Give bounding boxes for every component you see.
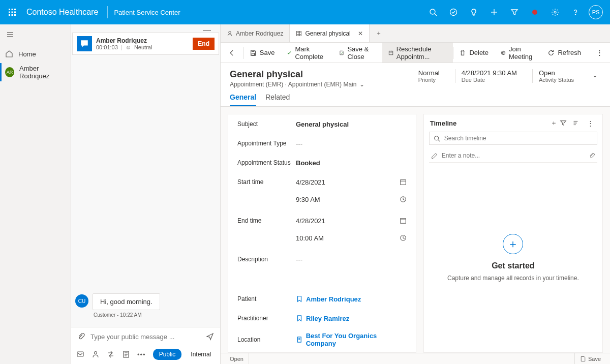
record-tabstrip: Amber Rodriquez General physical ✕ ＋ (221, 24, 610, 43)
header-expand-icon[interactable]: ⌄ (589, 69, 601, 81)
field-location[interactable]: LocationBest For You Organics Company (228, 328, 416, 351)
stat-due: 4/28/2021 9:30 AMDue Date (455, 69, 523, 83)
timeline-search[interactable] (429, 132, 597, 145)
timeline-add-icon[interactable]: ＋ (547, 118, 560, 128)
filter-icon[interactable] (504, 0, 525, 24)
attach-icon[interactable] (589, 153, 595, 159)
svg-rect-6 (9, 14, 10, 16)
clock-icon[interactable] (400, 234, 407, 241)
timeline-note-row[interactable] (429, 149, 597, 163)
chevron-down-icon[interactable]: ⌄ (359, 81, 364, 88)
internal-toggle[interactable]: Internal (185, 349, 217, 360)
brand-name: Contoso Healthcare (20, 8, 104, 17)
timeline-title: Timeline (430, 119, 457, 127)
timeline-more-icon[interactable]: ⋮ (584, 119, 596, 127)
minimize-icon[interactable]: — (203, 25, 211, 33)
record-header: General physical Appointment (EMR) · App… (221, 63, 610, 88)
new-tab-button[interactable]: ＋ (370, 24, 388, 42)
svg-rect-2 (14, 9, 16, 10)
clock-icon[interactable] (400, 196, 407, 203)
field-end-time[interactable]: 10:00 AM (228, 230, 416, 250)
stat-priority: NormalPriority (412, 69, 446, 83)
task-icon[interactable] (443, 0, 464, 24)
delete-button[interactable]: Delete (453, 43, 495, 63)
svg-rect-3 (9, 12, 10, 13)
record-icon[interactable] (525, 0, 545, 24)
close-icon[interactable]: ✕ (358, 30, 363, 37)
save-close-button[interactable]: Save & Close (333, 43, 382, 63)
search-icon[interactable] (423, 0, 443, 24)
add-icon[interactable] (484, 0, 504, 24)
save-button[interactable]: Save (243, 43, 281, 63)
nav-home[interactable]: Home (0, 45, 71, 63)
send-icon[interactable] (206, 332, 214, 341)
tab-patient[interactable]: Amber Rodriquez (221, 24, 290, 42)
tab-general[interactable]: General (230, 93, 256, 106)
field-subject[interactable]: SubjectGeneral physical (228, 114, 416, 134)
hamburger-icon[interactable] (0, 24, 71, 45)
save-close-label: Save & Close (347, 45, 376, 60)
save-icon (580, 356, 586, 362)
app-launcher-icon[interactable] (4, 8, 20, 16)
field-patient[interactable]: PatientAmber Rodriquez (228, 289, 416, 309)
nav-session-amber[interactable]: AR Amber Rodriquez (0, 63, 71, 81)
chat-body: CU Hi, good morning. Customer - 10:22 AM (71, 55, 220, 327)
back-button[interactable] (221, 43, 243, 63)
record-pane: Amber Rodriquez General physical ✕ ＋ Sav… (221, 24, 610, 364)
timeline-empty-msg: Capture and manage all records in your t… (447, 275, 579, 282)
quick-reply-icon[interactable] (76, 350, 84, 358)
public-toggle[interactable]: Public (153, 349, 182, 360)
mark-complete-button[interactable]: Mark Complete (281, 43, 333, 63)
form-tabs: General Related (221, 88, 610, 107)
refresh-button[interactable]: Refresh (541, 43, 587, 63)
svg-line-52 (438, 139, 440, 141)
timeline-note-input[interactable] (442, 152, 585, 159)
svg-rect-0 (9, 9, 10, 10)
timeline-search-input[interactable] (444, 135, 593, 142)
calendar-icon[interactable] (400, 178, 407, 186)
bookmark-icon (296, 315, 303, 322)
session-timer: 00:01:03 (96, 44, 118, 50)
tab-related[interactable]: Related (265, 93, 290, 106)
pencil-icon (431, 153, 438, 159)
overflow-button[interactable]: ⋮ (589, 43, 610, 63)
breadcrumb: Appointment (EMR) · Appointment (EMR) Ma… (230, 81, 412, 88)
timeline-empty-title: Get started (492, 261, 534, 270)
consult-icon[interactable] (92, 350, 100, 358)
more-icon[interactable]: ••• (137, 351, 146, 358)
message-bubble: Hi, good morning. (93, 293, 160, 310)
timeline-getstarted-button[interactable]: ＋ (503, 234, 523, 254)
field-type[interactable]: Appointment Type--- (228, 134, 416, 153)
field-status[interactable]: Appointment StatusBooked (228, 153, 416, 172)
svg-point-16 (575, 14, 575, 15)
field-practitioner[interactable]: PractitionerRiley Ramirez (228, 309, 416, 328)
reschedule-button[interactable]: Reschedule Appointm... (382, 43, 453, 63)
gear-icon[interactable] (545, 0, 565, 24)
timeline-filter-icon[interactable] (560, 119, 572, 127)
field-description[interactable]: Description--- (228, 250, 416, 269)
bookmark-icon (296, 295, 303, 302)
field-start-time[interactable]: 9:30 AM (228, 192, 416, 211)
tab-appointment[interactable]: General physical ✕ (290, 24, 369, 42)
refresh-label: Refresh (558, 49, 581, 56)
join-meeting-button[interactable]: Join Meeting (495, 43, 542, 63)
svg-rect-7 (12, 14, 13, 16)
command-bar: Save Mark Complete Save & Close Reschedu… (221, 43, 610, 63)
bulb-icon[interactable] (464, 0, 484, 24)
calendar-icon[interactable] (400, 217, 407, 224)
attach-icon[interactable] (77, 332, 85, 341)
timeline-sort-icon[interactable] (572, 119, 584, 127)
end-button[interactable]: End (193, 38, 215, 50)
field-start-date[interactable]: Start time4/28/2021 (228, 172, 416, 192)
session-avatar: AR (5, 67, 14, 77)
transfer-icon[interactable] (107, 350, 115, 358)
status-save[interactable]: Save (574, 353, 606, 364)
svg-rect-20 (77, 352, 83, 356)
timeline-empty: ＋ Get started Capture and manage all rec… (424, 163, 602, 352)
message-input[interactable] (90, 333, 201, 341)
notes-icon[interactable] (122, 350, 130, 358)
user-avatar[interactable]: PS (589, 5, 603, 19)
field-end-date[interactable]: End time4/28/2021 (228, 211, 416, 230)
help-icon[interactable] (565, 0, 586, 24)
grid-icon (296, 31, 302, 37)
